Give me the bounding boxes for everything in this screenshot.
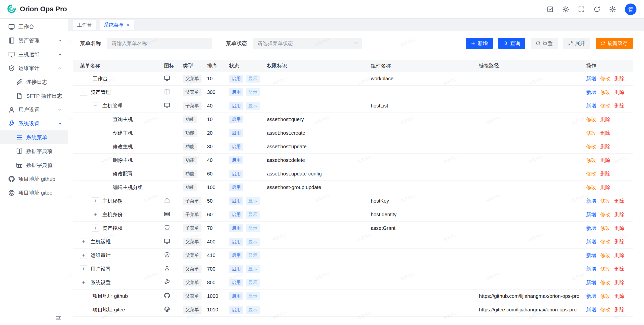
sidebar-item-gitee[interactable]: 项目地址 gitee <box>0 186 68 200</box>
sidebar-item-github[interactable]: 项目地址 github <box>0 172 68 186</box>
expand-row-button[interactable] <box>92 225 99 232</box>
cell-permission <box>264 276 368 289</box>
cell-icon <box>161 194 180 208</box>
close-icon[interactable] <box>126 23 130 27</box>
table-row: 资产管理父菜单300启用显示新增修改删除 <box>73 85 633 99</box>
sidebar-item-system-menu[interactable]: 系统菜单 <box>0 130 68 144</box>
cell-status: 启用显示 <box>226 72 264 85</box>
status-badge: 启用 <box>229 143 243 151</box>
expand-row-button[interactable] <box>80 252 87 259</box>
row-edit-link[interactable]: 修改 <box>600 306 610 313</box>
sidebar-item-user-settings[interactable]: 用户设置 <box>0 103 68 117</box>
row-delete-link[interactable]: 删除 <box>600 143 610 150</box>
row-edit-link[interactable]: 修改 <box>600 89 610 96</box>
add-button-label: 新增 <box>478 40 488 47</box>
row-delete-link[interactable]: 删除 <box>614 306 624 313</box>
row-delete-link[interactable]: 删除 <box>614 211 624 218</box>
row-edit-link[interactable]: 修改 <box>586 116 596 123</box>
fullscreen-icon[interactable] <box>578 6 585 13</box>
cell-status: 启用 <box>226 126 264 140</box>
menu-status-select[interactable]: 请选择菜单状态 <box>253 38 362 49</box>
row-delete-link[interactable]: 删除 <box>614 102 624 109</box>
tab-system-menu[interactable]: 系统菜单 <box>100 20 134 30</box>
query-button[interactable]: 查询 <box>498 38 525 49</box>
menu-name-input[interactable] <box>107 38 212 49</box>
collapse-sidebar-icon[interactable] <box>56 315 61 321</box>
row-edit-link[interactable]: 修改 <box>600 266 610 272</box>
expand-row-button[interactable] <box>80 238 87 245</box>
row-edit-link[interactable]: 修改 <box>600 198 610 204</box>
row-delete-link[interactable]: 删除 <box>614 75 624 82</box>
row-add-link[interactable]: 新增 <box>586 293 596 300</box>
row-delete-link[interactable]: 删除 <box>614 89 624 96</box>
row-delete-link[interactable]: 删除 <box>614 198 624 204</box>
logo[interactable]: Orion Ops Pro <box>7 4 67 15</box>
row-edit-link[interactable]: 修改 <box>600 238 610 245</box>
cell-component <box>368 180 476 194</box>
row-delete-link[interactable]: 删除 <box>600 157 610 164</box>
row-edit-link[interactable]: 修改 <box>600 75 610 82</box>
type-badge: 父菜单 <box>183 306 202 314</box>
row-add-link[interactable]: 新增 <box>586 102 596 109</box>
row-add-link[interactable]: 新增 <box>586 266 596 272</box>
row-delete-link[interactable]: 删除 <box>614 266 624 272</box>
row-edit-link[interactable]: 修改 <box>600 293 610 300</box>
row-delete-link[interactable]: 删除 <box>614 279 624 286</box>
collapse-row-button[interactable] <box>80 89 87 96</box>
expand-button[interactable]: 展开 <box>563 38 590 49</box>
sidebar-item-system-settings[interactable]: 系统设置 <box>0 117 68 130</box>
sidebar-item-sftp-log[interactable]: SFTP 操作日志 <box>0 89 68 103</box>
sidebar-item-connect-log[interactable]: 连接日志 <box>0 75 68 89</box>
avatar[interactable]: 管 <box>625 4 636 15</box>
expand-button-label: 展开 <box>575 40 585 47</box>
row-delete-link[interactable]: 删除 <box>600 170 610 177</box>
row-edit-link[interactable]: 修改 <box>586 157 596 164</box>
row-edit-link[interactable]: 修改 <box>586 170 596 177</box>
expand-row-button[interactable] <box>80 279 87 286</box>
refresh-icon[interactable] <box>594 6 600 13</box>
row-add-link[interactable]: 新增 <box>586 238 596 245</box>
reset-button[interactable]: 重置 <box>531 38 558 49</box>
sidebar-item-dict-keys[interactable]: 数据字典项 <box>0 144 68 158</box>
panel-icon[interactable] <box>547 6 553 13</box>
tab-workplace[interactable]: 工作台 <box>73 20 96 30</box>
row-add-link[interactable]: 新增 <box>586 75 596 82</box>
row-edit-link[interactable]: 修改 <box>586 130 596 136</box>
row-add-link[interactable]: 新增 <box>586 252 596 259</box>
sidebar-item-host-ops[interactable]: 主机运维 <box>0 47 68 61</box>
row-add-link[interactable]: 新增 <box>586 89 596 96</box>
row-delete-link[interactable]: 删除 <box>600 130 610 136</box>
row-add-link[interactable]: 新增 <box>586 225 596 232</box>
cell-sort: 20 <box>204 126 226 140</box>
sidebar-item-dict-values[interactable]: 数据字典值 <box>0 158 68 172</box>
row-edit-link[interactable]: 修改 <box>600 252 610 259</box>
theme-icon[interactable] <box>562 6 569 13</box>
add-button[interactable]: 新增 <box>466 38 493 49</box>
expand-row-button[interactable] <box>92 211 99 218</box>
row-add-link[interactable]: 新增 <box>586 306 596 313</box>
row-edit-link[interactable]: 修改 <box>600 102 610 109</box>
sidebar-item-audit[interactable]: 运维审计 <box>0 61 68 75</box>
row-delete-link[interactable]: 删除 <box>614 238 624 245</box>
row-edit-link[interactable]: 修改 <box>600 211 610 218</box>
row-add-link[interactable]: 新增 <box>586 279 596 286</box>
row-edit-link[interactable]: 修改 <box>586 143 596 150</box>
row-add-link[interactable]: 新增 <box>586 211 596 218</box>
row-edit-link[interactable]: 修改 <box>600 279 610 286</box>
refresh-cache-button[interactable]: 刷新缓存 <box>596 38 633 49</box>
row-edit-link[interactable]: 修改 <box>600 225 610 232</box>
sidebar-item-workplace[interactable]: 工作台 <box>0 20 68 33</box>
sidebar-item-asset[interactable]: 资产管理 <box>0 33 68 47</box>
row-delete-link[interactable]: 删除 <box>614 252 624 259</box>
settings-icon[interactable] <box>609 6 616 13</box>
row-add-link[interactable]: 新增 <box>586 198 596 204</box>
expand-row-button[interactable] <box>92 197 99 204</box>
row-delete-link[interactable]: 删除 <box>614 225 624 232</box>
row-edit-link[interactable]: 修改 <box>586 184 596 191</box>
row-delete-link[interactable]: 删除 <box>614 293 624 300</box>
expand-row-button[interactable] <box>80 265 87 272</box>
column-header-actions: 操作 <box>583 60 633 72</box>
row-delete-link[interactable]: 删除 <box>600 184 610 191</box>
collapse-row-button[interactable] <box>92 102 99 109</box>
row-delete-link[interactable]: 删除 <box>600 116 610 123</box>
